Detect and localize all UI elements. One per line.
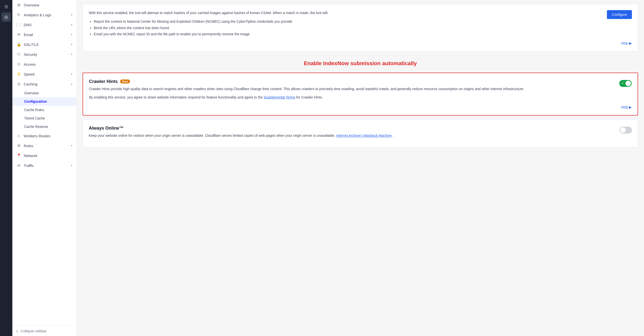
chevron-down-icon: ▾ bbox=[71, 23, 72, 26]
sidebar-item-access[interactable]: ⊙ Access bbox=[12, 59, 76, 69]
check-icon: ✓ bbox=[621, 81, 624, 85]
workers-icon: ◇ bbox=[16, 133, 21, 138]
sidebar-item-label: Analytics & Logs bbox=[24, 13, 68, 17]
speed-icon: ⚡ bbox=[16, 72, 21, 77]
sidebar-item-analytics-logs[interactable]: ↻ Analytics & Logs ▾ bbox=[12, 10, 76, 20]
csam-bullet-2: Block the URL where the content has been… bbox=[94, 25, 603, 31]
sidebar-item-label: Network bbox=[24, 154, 72, 158]
crawler-hints-desc1: Crawler Hints provide high quality data … bbox=[89, 86, 615, 92]
sidebar-item-label: SSL/TLS bbox=[24, 42, 68, 47]
crawler-hints-toggle[interactable]: ✓ bbox=[619, 80, 632, 87]
sidebar-sub-item-label: Tiered Cache bbox=[24, 116, 45, 120]
configure-button[interactable]: Configure bbox=[607, 10, 632, 19]
sidebar-item-label: Email bbox=[24, 33, 68, 37]
sidebar-sub-item-label: Cache Reserve bbox=[24, 125, 48, 129]
network-icon: 📍 bbox=[16, 153, 21, 158]
chevron-down-icon: ▾ bbox=[71, 164, 72, 167]
crawler-hints-section: Crawler Hints Beta Crawler Hints provide… bbox=[82, 73, 638, 116]
toggle-container: ✓ bbox=[619, 79, 632, 87]
sidebar-item-workers-routes[interactable]: ◇ Workers Routes bbox=[12, 131, 76, 141]
sidebar-sub-item-cache-rules[interactable]: Cache Rules bbox=[12, 106, 76, 114]
always-online-top: Always Online™ Keep your website online … bbox=[89, 126, 632, 141]
chevron-up-icon: ▴ bbox=[71, 82, 72, 86]
sidebar-sub-item-label: Configuration bbox=[24, 100, 47, 103]
sidebar-sub-item-label: Cache Rules bbox=[24, 108, 44, 112]
sidebar-sub-item-cache-reserve[interactable]: Cache Reserve bbox=[12, 123, 76, 131]
always-online-desc-pre: Keep your website online for visitors wh… bbox=[89, 134, 335, 138]
csam-bullet-1: Report the content to National Center fo… bbox=[94, 18, 603, 25]
sidebar-item-ssl-tls[interactable]: 🔒 SSL/TLS ▾ bbox=[12, 39, 76, 49]
sidebar-item-rules[interactable]: ⚙ Rules ▾ bbox=[12, 141, 76, 151]
crawler-hints-desc2-pre: By enabling this service, you agree to s… bbox=[89, 95, 263, 99]
csam-bullet-list: Report the content to National Center fo… bbox=[94, 18, 603, 37]
security-icon: 🛡 bbox=[16, 52, 21, 57]
sidebar-item-label: Security bbox=[24, 52, 68, 56]
sidebar: ⊞ Overview ↻ Analytics & Logs ▾ ⋮⋮ DNS ▾… bbox=[12, 0, 77, 336]
sidebar-scroll: ⊞ Overview ↻ Analytics & Logs ▾ ⋮⋮ DNS ▾… bbox=[12, 0, 76, 326]
icon-bar-home[interactable]: ⊞ bbox=[2, 2, 11, 11]
csam-section: With this service enabled, the tool will… bbox=[82, 4, 638, 51]
chevron-down-icon: ▾ bbox=[71, 144, 72, 147]
csam-section-top: With this service enabled, the tool will… bbox=[89, 10, 632, 39]
crawler-hints-title: Crawler Hints Beta bbox=[89, 79, 615, 84]
icon-bar: ⊞ ◎ bbox=[0, 0, 12, 336]
access-icon: ⊙ bbox=[16, 62, 21, 67]
always-online-desc: Keep your website online for visitors wh… bbox=[89, 133, 616, 138]
sidebar-item-email[interactable]: ✉ Email ▾ bbox=[12, 30, 76, 39]
sidebar-item-label: DNS bbox=[24, 23, 68, 27]
sidebar-sub-item-tiered-cache[interactable]: Tiered Cache bbox=[12, 114, 76, 123]
sidebar-item-label: Traffic bbox=[24, 164, 68, 168]
sidebar-item-label: Rules bbox=[24, 144, 68, 148]
csam-bullet-3: Email you with the NCMEC report ID and t… bbox=[94, 31, 603, 37]
chevron-down-icon: ▾ bbox=[71, 72, 72, 76]
always-online-text: Always Online™ Keep your website online … bbox=[89, 126, 616, 141]
dns-icon: ⋮⋮ bbox=[16, 22, 21, 27]
traffic-icon: ⇄ bbox=[16, 163, 21, 168]
sidebar-item-label: Overview bbox=[24, 3, 72, 7]
sidebar-item-network[interactable]: 📍 Network bbox=[12, 151, 76, 161]
sidebar-item-overview[interactable]: ⊞ Overview bbox=[12, 0, 76, 10]
sidebar-item-label: Speed bbox=[24, 72, 68, 76]
sidebar-item-dns[interactable]: ⋮⋮ DNS ▾ bbox=[12, 20, 76, 30]
always-online-toggle[interactable] bbox=[620, 127, 632, 134]
help-link-top[interactable]: Help ▶ bbox=[89, 39, 632, 45]
sidebar-item-traffic[interactable]: ⇄ Traffic ▾ bbox=[12, 161, 76, 170]
crawler-hints-desc2-post: for Crawler Hints. bbox=[296, 95, 323, 99]
csam-description: With this service enabled, the tool will… bbox=[89, 10, 603, 15]
collapse-sidebar-button[interactable]: « Collapse sidebar bbox=[12, 326, 76, 336]
overview-icon: ⊞ bbox=[16, 2, 21, 7]
ssl-icon: 🔒 bbox=[16, 42, 21, 47]
supplemental-terms-link[interactable]: Supplemental Terms bbox=[264, 95, 295, 99]
always-online-section: Always Online™ Keep your website online … bbox=[82, 120, 638, 147]
sidebar-item-label: Access bbox=[24, 62, 72, 66]
sidebar-item-speed[interactable]: ⚡ Speed ▾ bbox=[12, 69, 76, 79]
caching-icon: ◎ bbox=[16, 81, 21, 86]
collapse-icon: « bbox=[16, 329, 18, 333]
rules-icon: ⚙ bbox=[16, 143, 21, 148]
always-online-desc-end: . bbox=[392, 134, 394, 138]
chevron-down-icon: ▾ bbox=[71, 33, 72, 36]
sidebar-sub-item-caching-overview[interactable]: Overview bbox=[12, 89, 76, 97]
crawler-hints-top: Crawler Hints Beta Crawler Hints provide… bbox=[89, 79, 632, 103]
help-link-crawler[interactable]: Help ▶ bbox=[89, 103, 632, 109]
always-online-title: Always Online™ bbox=[89, 126, 616, 131]
beta-badge: Beta bbox=[120, 79, 130, 83]
email-icon: ✉ bbox=[16, 32, 21, 37]
sidebar-item-caching[interactable]: ◎ Caching ▴ bbox=[12, 79, 76, 89]
csam-content-text: With this service enabled, the tool will… bbox=[89, 10, 603, 39]
wayback-machine-link[interactable]: Internet Archive's Wayback Machine bbox=[336, 134, 392, 138]
always-online-toggle-container bbox=[620, 126, 632, 134]
main-content: With this service enabled, the tool will… bbox=[77, 0, 644, 336]
crawler-hints-desc2: By enabling this service, you agree to s… bbox=[89, 95, 615, 100]
sidebar-sub-item-configuration[interactable]: Configuration bbox=[12, 97, 76, 106]
sidebar-sub-item-label: Overview bbox=[24, 91, 38, 95]
chevron-down-icon: ▾ bbox=[71, 13, 72, 16]
sidebar-item-security[interactable]: 🛡 Security ▾ bbox=[12, 49, 76, 59]
chevron-down-icon: ▾ bbox=[71, 53, 72, 56]
analytics-icon: ↻ bbox=[16, 12, 21, 17]
icon-bar-current[interactable]: ◎ bbox=[2, 12, 11, 22]
collapse-label: Collapse sidebar bbox=[21, 329, 46, 333]
indexnow-title: Enable IndexNow submission automatically bbox=[77, 55, 644, 69]
chevron-down-icon: ▾ bbox=[71, 43, 72, 46]
crawler-hints-text: Crawler Hints Beta Crawler Hints provide… bbox=[89, 79, 615, 103]
